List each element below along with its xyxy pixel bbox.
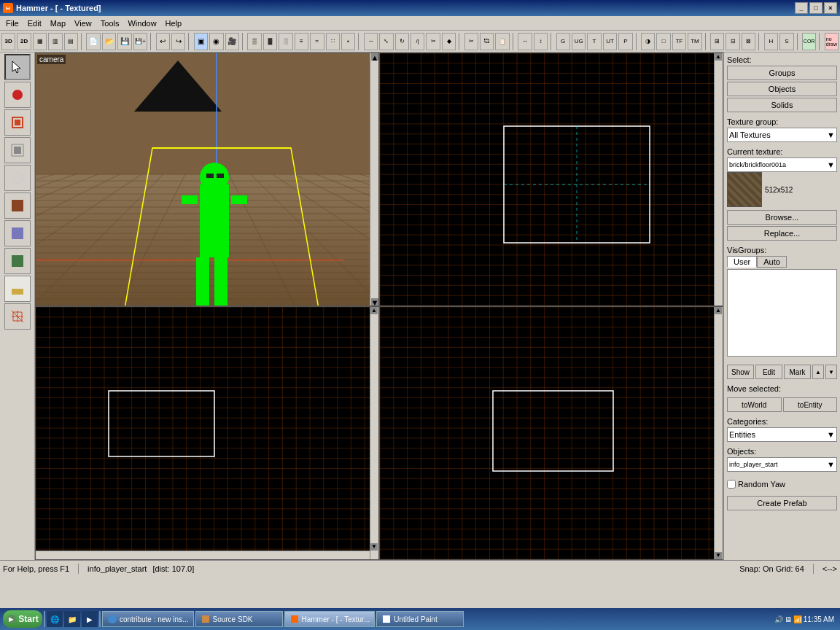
menu-file[interactable]: File <box>1 18 23 29</box>
tb-tex6[interactable]: ∷ <box>326 33 340 50</box>
categories-dropdown[interactable]: Entities ▼ <box>727 427 837 442</box>
tb-open[interactable]: 📂 <box>102 33 116 50</box>
taskbar-item-paint[interactable]: Untitled Paint <box>376 611 464 627</box>
menu-map[interactable]: Map <box>46 18 70 29</box>
taskbar-media-icon[interactable]: ▶ <box>82 611 98 627</box>
vp3d-scrollbar-v[interactable]: ▲ ▼ <box>370 53 378 306</box>
tb-gridset[interactable]: ⊠ <box>742 33 755 50</box>
tb-tex7[interactable]: ▪ <box>341 33 355 50</box>
toentity-button[interactable]: toEntity <box>783 397 838 412</box>
taskbar-item-contribute[interactable]: contribute : new ins... <box>102 611 194 627</box>
titlebar-controls[interactable]: _ □ × <box>795 2 837 14</box>
random-yaw-checkbox[interactable] <box>727 480 736 489</box>
objects-button[interactable]: Objects <box>727 82 837 96</box>
taskbar-item-sdk[interactable]: Source SDK <box>195 611 283 627</box>
tb-tex1[interactable]: ▒ <box>247 33 261 50</box>
current-texture-dropdown[interactable]: brick/brickfloor001a ▼ <box>727 158 837 172</box>
tb-nodraw[interactable]: nodraw <box>825 33 839 50</box>
toworld-button[interactable]: toWorld <box>727 397 782 412</box>
browse-button[interactable]: Browse... <box>727 210 837 225</box>
tb-flipx[interactable]: ↔ <box>518 33 532 50</box>
groups-button[interactable]: Groups <box>727 66 837 80</box>
tb-untie[interactable]: UT <box>603 33 617 50</box>
tb-group[interactable]: G <box>556 33 570 50</box>
tb-save[interactable]: 💾 <box>117 33 131 50</box>
tool-zoom[interactable] <box>4 276 31 302</box>
tb-prop[interactable]: P <box>618 33 632 50</box>
vp-top-scrollbar-v[interactable]: ▲ <box>714 53 723 306</box>
tb-scale[interactable]: ⤡ <box>379 33 393 50</box>
viewport-top[interactable]: ▲ <box>379 52 723 306</box>
tool-wireframe[interactable] <box>4 303 31 330</box>
solids-button[interactable]: Solids <box>727 98 837 112</box>
viewport-side[interactable]: ▲ ▼ <box>379 306 723 560</box>
menu-edit[interactable]: Edit <box>23 18 46 29</box>
vp-front-scrollbar-h[interactable] <box>36 551 370 559</box>
replace-button[interactable]: Replace... <box>727 226 837 241</box>
tb-undo[interactable]: ↩ <box>156 33 170 50</box>
tb-tex3[interactable]: ░ <box>279 33 292 50</box>
tab-user[interactable]: User <box>727 256 757 268</box>
tool-selection[interactable] <box>4 54 31 80</box>
tb-tie[interactable]: T <box>587 33 601 50</box>
tb-grid3[interactable]: ▤ <box>64 33 78 50</box>
tb-tex2[interactable]: ▓ <box>263 33 277 50</box>
tb-grid2[interactable]: ▥ <box>48 33 62 50</box>
tb-2d[interactable]: 2D <box>17 33 31 50</box>
tray-icon-3[interactable]: 📶 <box>793 615 802 623</box>
close-button[interactable]: × <box>824 2 837 14</box>
tb-saveas[interactable]: 💾+ <box>133 33 147 50</box>
vp-front-scrollbar-v[interactable]: ▲ ▼ <box>370 307 378 559</box>
tb-rot[interactable]: ↻ <box>395 33 409 50</box>
tool-magnitude[interactable] <box>4 82 31 108</box>
tb-selmode[interactable]: ▣ <box>194 33 208 50</box>
tb-grid1[interactable]: ▦ <box>33 33 47 50</box>
menu-tools[interactable]: Tools <box>96 18 124 29</box>
tool-clipping[interactable] <box>4 137 31 163</box>
objects-dropdown[interactable]: info_player_start ▼ <box>727 457 837 472</box>
menu-help[interactable]: Help <box>161 18 187 29</box>
tb-grid[interactable]: ⊟ <box>726 33 739 50</box>
tray-icon-2[interactable]: 🖥 <box>785 615 792 623</box>
tb-show[interactable]: S <box>779 33 793 50</box>
tab-auto[interactable]: Auto <box>757 256 787 268</box>
tb-vertex[interactable]: ◆ <box>442 33 456 50</box>
tb-ungroup[interactable]: UG <box>572 33 586 50</box>
start-button[interactable]: ▶ Start <box>3 610 42 628</box>
taskbar-ie-icon[interactable]: 🌐 <box>47 611 63 627</box>
viewport-3d[interactable]: camera ▲ ▼ <box>35 52 379 306</box>
tool-decal[interactable] <box>4 220 31 246</box>
tb-tf[interactable]: TF <box>672 33 686 50</box>
tb-clip[interactable]: ✂ <box>426 33 440 50</box>
tb-camera[interactable]: 🎥 <box>225 33 239 50</box>
tb-redo[interactable]: ↪ <box>171 33 185 50</box>
tb-move[interactable]: ↔ <box>364 33 378 50</box>
texture-group-dropdown[interactable]: All Textures ▼ <box>727 128 837 142</box>
taskbar-folder-icon[interactable]: 📁 <box>64 611 80 627</box>
tb-flipy[interactable]: ↕ <box>534 33 548 50</box>
restore-button[interactable]: □ <box>809 2 822 14</box>
taskbar-item-hammer[interactable]: Hammer - [ - Textur... <box>284 611 376 627</box>
tb-copy[interactable]: ⿻ <box>480 33 494 50</box>
tb-tex4[interactable]: ≡ <box>295 33 308 50</box>
tb-cor[interactable]: COR <box>802 33 816 50</box>
tb-snap[interactable]: ⊞ <box>710 33 724 50</box>
tb-hollow[interactable]: □ <box>656 33 670 50</box>
tb-new[interactable]: 📄 <box>86 33 100 50</box>
create-prefab-button[interactable]: Create Prefab <box>727 496 837 510</box>
tb-carve[interactable]: ◑ <box>641 33 655 50</box>
tool-entity[interactable] <box>4 192 31 219</box>
visgroups-up[interactable]: ▲ <box>812 365 824 379</box>
viewport-front[interactable]: ▲ ▼ <box>35 306 379 560</box>
mark-button[interactable]: Mark <box>784 365 811 379</box>
tool-overlay[interactable] <box>4 248 31 274</box>
menu-window[interactable]: Window <box>123 18 160 29</box>
tb-selobj[interactable]: ◉ <box>209 33 223 50</box>
visgroups-down[interactable]: ▼ <box>825 365 837 379</box>
vp-side-scrollbar-v[interactable]: ▲ ▼ <box>714 307 723 559</box>
tb-hide[interactable]: H <box>764 33 778 50</box>
tb-3d[interactable]: 3D <box>1 33 15 50</box>
minimize-button[interactable]: _ <box>795 2 808 14</box>
tool-sphere[interactable] <box>4 165 31 191</box>
tb-cut[interactable]: ✂ <box>464 33 478 50</box>
